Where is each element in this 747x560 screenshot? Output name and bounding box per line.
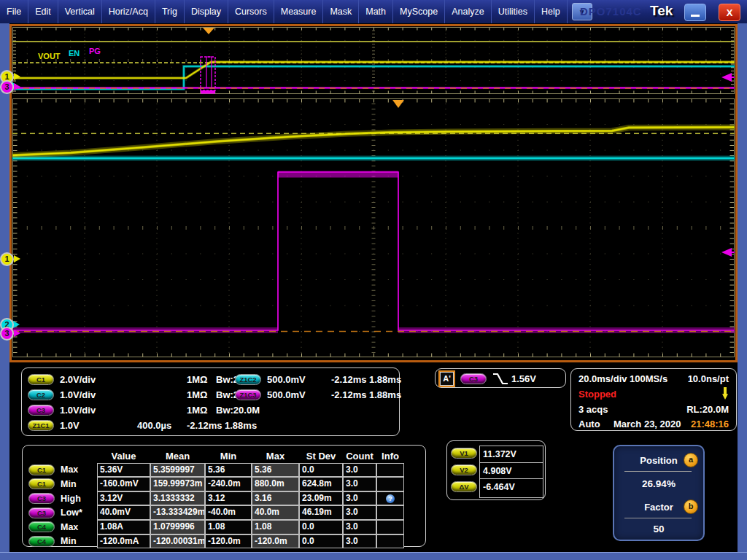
- falling-edge-icon: [492, 373, 508, 385]
- trigger-mode[interactable]: Auto: [578, 419, 600, 429]
- v1-badge[interactable]: V1: [451, 448, 477, 459]
- meas-cell-info: [376, 463, 404, 478]
- c1-impedance: 1MΩ: [187, 374, 207, 385]
- label-pg: PG: [89, 47, 101, 55]
- menu-help[interactable]: Help: [535, 0, 568, 23]
- menu-display[interactable]: Display: [185, 0, 228, 23]
- knob-a-icon[interactable]: a: [684, 453, 698, 467]
- menu-file[interactable]: File: [0, 0, 28, 23]
- z1c3-badge[interactable]: Z1C3: [235, 389, 261, 400]
- close-button[interactable]: X: [719, 4, 740, 21]
- c1-scale[interactable]: 2.0V/div: [60, 374, 96, 385]
- meas-cell: 880.0m: [252, 477, 299, 491]
- meas-cell-info[interactable]: ?: [376, 491, 404, 506]
- meas-cell: 3.1333332: [150, 491, 205, 506]
- c1-badge[interactable]: C1: [28, 374, 54, 385]
- meas-cell: 1.08A: [97, 520, 150, 534]
- close-icon: X: [727, 7, 733, 18]
- meas-row-label[interactable]: C3High: [27, 491, 97, 506]
- overview-graticule: [12, 27, 735, 94]
- meas-cell: 3.0: [343, 505, 376, 520]
- ch3-marker-zoom[interactable]: 3: [0, 327, 14, 341]
- menu-cursors[interactable]: Cursors: [228, 0, 274, 23]
- z1c2-window: -2.12ms 1.88ms: [331, 374, 401, 385]
- meas-cell: -120.0mA: [97, 534, 150, 549]
- clock-label: 21:48:16: [691, 419, 729, 429]
- timebase-readout-panel[interactable]: 20.0ms/div 100MS/s 10.0ns/pt Stopped 3 a…: [570, 368, 737, 431]
- meas-cell: 3.0: [343, 491, 376, 506]
- ch1-zoom-arrow-icon: [14, 255, 20, 262]
- minimize-button[interactable]: [684, 4, 706, 21]
- timebase-scale[interactable]: 20.0ms/div 100MS/s: [578, 373, 667, 384]
- menu-utilities[interactable]: Utilities: [492, 0, 535, 23]
- z1c1-time: 400.0µs: [137, 420, 171, 431]
- menu-myscope[interactable]: MyScope: [393, 0, 445, 23]
- trace-z1c1-vout: [12, 128, 735, 156]
- z1c1-badge[interactable]: Z1C1: [28, 420, 54, 431]
- cursor-readout-panel: V1 V2 ΔV 11.372V 4.908V -6.464V: [446, 440, 546, 500]
- record-position-icon: [722, 387, 728, 400]
- meas-row-label[interactable]: C1Max: [27, 463, 97, 478]
- menu-measure[interactable]: Measure: [274, 0, 324, 23]
- divider: [624, 518, 692, 518]
- measurement-table: Value Mean Min Max St Dev Count Info C1M…: [27, 448, 404, 548]
- c2-scale[interactable]: 1.0V/div: [60, 389, 96, 400]
- acquisition-status: Stopped: [578, 389, 616, 400]
- delta-v-badge: ΔV: [451, 481, 477, 492]
- meas-cell: 1.0799996: [150, 520, 205, 534]
- c3-badge[interactable]: C3: [28, 405, 54, 416]
- z1c3-scale: 500.0mV: [267, 389, 306, 400]
- c3-scale[interactable]: 1.0V/div: [60, 405, 96, 416]
- trigger-source-badge[interactable]: C3: [460, 373, 487, 384]
- question-info-icon[interactable]: ?: [386, 494, 395, 503]
- ch3-marker-arrow-icon: [14, 83, 20, 90]
- z1c2-scale: 500.0mV: [267, 374, 306, 385]
- trigger-level[interactable]: 1.56V: [511, 373, 536, 384]
- zoom-graticule: [12, 98, 735, 357]
- position-value[interactable]: 26.94%: [614, 478, 703, 489]
- record-length: RL:20.0M: [686, 404, 729, 415]
- meas-cell: 0.0: [299, 534, 343, 549]
- meas-row-label[interactable]: C4Min: [27, 534, 97, 549]
- oscilloscope-screen: File Edit Vertical Horiz/Acq Trig Displa…: [0, 0, 747, 560]
- ch3-marker-overview[interactable]: 3: [0, 80, 14, 94]
- ch1-marker-zoom[interactable]: 1: [0, 252, 14, 266]
- model-label: DPO7104C: [580, 5, 642, 18]
- meas-row-label[interactable]: C3Low*: [27, 505, 97, 520]
- c2-badge[interactable]: C2: [28, 389, 54, 400]
- meas-cell: 5.36V: [97, 463, 150, 478]
- meas-cell: 3.12V: [97, 491, 150, 506]
- z1c1-scale[interactable]: 1.0V: [60, 420, 80, 431]
- meas-row-label[interactable]: C4Max: [27, 520, 97, 534]
- v2-badge[interactable]: V2: [451, 464, 477, 475]
- knob-b-icon[interactable]: b: [684, 499, 698, 514]
- trigger-readout-panel[interactable]: A' C3 1.56V: [435, 368, 566, 388]
- factor-value[interactable]: 50: [614, 524, 703, 534]
- z1c2-badge[interactable]: Z1C2: [235, 374, 261, 385]
- menu-mask[interactable]: Mask: [323, 0, 359, 23]
- menu-vertical[interactable]: Vertical: [58, 0, 102, 23]
- trigger-a-badge: A': [440, 372, 454, 386]
- meas-cell: 23.09m: [299, 491, 343, 506]
- meas-cell: 1.08: [205, 520, 252, 534]
- meas-cell: 46.19m: [299, 505, 343, 520]
- zoom-window[interactable]: [12, 98, 735, 357]
- menu-horiz-acq[interactable]: Horiz/Acq: [102, 0, 155, 23]
- menu-edit[interactable]: Edit: [28, 0, 58, 23]
- meas-cell: 159.99973m: [150, 477, 205, 491]
- menu-math[interactable]: Math: [359, 0, 393, 23]
- meas-cell-info: [376, 505, 404, 520]
- minimize-icon: [691, 15, 700, 17]
- trigger-position-marker[interactable]: [203, 28, 214, 34]
- meas-cell: 3.0: [343, 520, 376, 534]
- meas-cell: 5.36: [205, 463, 252, 478]
- menu-analyze[interactable]: Analyze: [445, 0, 491, 23]
- z1c1-window: -2.12ms 1.88ms: [187, 420, 257, 431]
- menu-trig[interactable]: Trig: [155, 0, 185, 23]
- meas-row-label[interactable]: C1Min: [27, 477, 97, 491]
- meas-cell: 0.0: [299, 463, 343, 478]
- meas-cell: -160.0mV: [97, 477, 150, 491]
- trigger-position-marker-zoom[interactable]: [392, 100, 404, 108]
- ch2-zoom-arrow-icon: [13, 321, 20, 328]
- overview-window[interactable]: VOUT EN PG: [12, 27, 735, 94]
